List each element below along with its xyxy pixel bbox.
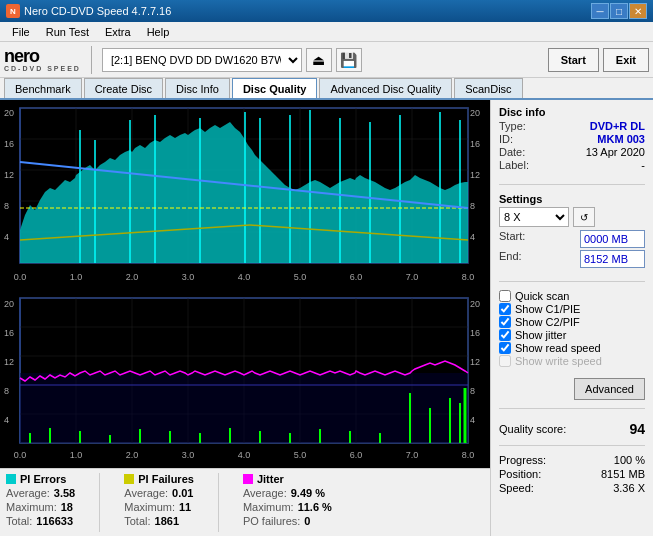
svg-text:4.0: 4.0 [238,450,251,460]
pi-errors-avg-label: Average: [6,487,50,499]
pi-errors-dot [6,474,16,484]
svg-marker-27 [20,122,468,263]
pi-failures-stats: PI Failures Average: 0.01 Maximum: 11 To… [124,473,194,532]
bottom-chart: 20 16 12 8 4 20 16 12 8 4 [0,293,490,468]
svg-text:20: 20 [4,108,14,118]
svg-text:1.0: 1.0 [70,272,83,282]
close-button[interactable]: ✕ [629,3,647,19]
svg-text:20: 20 [470,108,480,118]
toolbar: nero CD-DVD SPEED [2:1] BENQ DVD DD DW16… [0,42,653,78]
show-read-speed-checkbox[interactable] [499,342,511,354]
quality-score-row: Quality score: 94 [499,421,645,437]
restore-button[interactable]: □ [610,3,628,19]
show-c1pie-checkbox[interactable] [499,303,511,315]
show-write-speed-label: Show write speed [515,355,602,367]
pi-errors-max-value: 18 [61,501,73,513]
svg-text:2.0: 2.0 [126,272,139,282]
logo-area: nero CD-DVD SPEED [4,47,81,72]
tab-advanced-disc-quality[interactable]: Advanced Disc Quality [319,78,452,98]
jitter-avg-value: 9.49 % [291,487,325,499]
svg-text:8: 8 [4,386,9,396]
svg-text:4: 4 [470,415,475,425]
disc-info-title: Disc info [499,106,645,118]
svg-text:3.0: 3.0 [182,450,195,460]
tab-scandisc[interactable]: ScanDisc [454,78,522,98]
type-label: Type: [499,120,526,132]
svg-text:12: 12 [470,357,480,367]
tab-bar: Benchmark Create Disc Disc Info Disc Qua… [0,78,653,100]
svg-text:12: 12 [4,357,14,367]
tab-benchmark[interactable]: Benchmark [4,78,82,98]
drive-select[interactable]: [2:1] BENQ DVD DD DW1620 B7W9 [102,48,302,72]
menu-run-test[interactable]: Run Test [38,24,97,40]
tab-disc-info[interactable]: Disc Info [165,78,230,98]
menu-help[interactable]: Help [139,24,178,40]
jitter-max-label: Maximum: [243,501,294,513]
eject-button[interactable]: ⏏ [306,48,332,72]
jitter-title: Jitter [257,473,284,485]
pi-failures-max-label: Maximum: [124,501,175,513]
speed-label: Speed: [499,482,534,494]
pi-errors-total-label: Total: [6,515,32,527]
show-c2pif-label: Show C2/PIF [515,316,580,328]
svg-text:1.0: 1.0 [70,450,83,460]
jitter-max-value: 11.6 % [298,501,332,513]
svg-text:16: 16 [4,328,14,338]
menu-file[interactable]: File [4,24,38,40]
show-c1pie-label: Show C1/PIE [515,303,580,315]
divider-4 [499,445,645,446]
svg-text:7.0: 7.0 [406,272,419,282]
minimize-button[interactable]: ─ [591,3,609,19]
nero-logo: nero [4,47,39,65]
pi-failures-total-value: 1861 [155,515,179,527]
speed-select[interactable]: 8 X [499,207,569,227]
svg-text:3.0: 3.0 [182,272,195,282]
checkboxes-section: Quick scan Show C1/PIE Show C2/PIF Show … [499,290,645,368]
show-jitter-label: Show jitter [515,329,566,341]
pi-errors-total-value: 116633 [36,515,73,527]
svg-text:5.0: 5.0 [294,450,307,460]
app-icon: N [6,4,20,18]
top-chart: 20 16 12 8 4 20 16 12 8 4 [0,100,490,293]
id-label: ID: [499,133,513,145]
svg-text:8: 8 [470,201,475,211]
show-read-speed-label: Show read speed [515,342,601,354]
start-button[interactable]: Start [548,48,599,72]
progress-value: 100 % [614,454,645,466]
svg-text:12: 12 [470,170,480,180]
show-c2pif-checkbox[interactable] [499,316,511,328]
menu-extra[interactable]: Extra [97,24,139,40]
window-title: Nero CD-DVD Speed 4.7.7.16 [24,5,171,17]
progress-section: Progress: 100 % Position: 8151 MB Speed:… [499,454,645,494]
disc-label-value: - [641,159,645,171]
show-jitter-checkbox[interactable] [499,329,511,341]
position-label: Position: [499,468,541,480]
svg-text:8.0: 8.0 [462,272,475,282]
svg-marker-80 [20,373,468,443]
exit-button[interactable]: Exit [603,48,649,72]
start-mb-input[interactable] [580,230,645,248]
type-value: DVD+R DL [590,120,645,132]
divider-2 [499,281,645,282]
quality-score-value: 94 [629,421,645,437]
quick-scan-checkbox[interactable] [499,290,511,302]
position-value: 8151 MB [601,468,645,480]
svg-text:20: 20 [4,299,14,309]
pi-failures-max-value: 11 [179,501,191,513]
end-mb-input[interactable] [580,250,645,268]
tab-disc-quality[interactable]: Disc Quality [232,78,318,98]
main-content: 20 16 12 8 4 20 16 12 8 4 [0,100,653,536]
advanced-button[interactable]: Advanced [574,378,645,400]
id-value: MKM 003 [597,133,645,145]
pi-failures-dot [124,474,134,484]
date-value: 13 Apr 2020 [586,146,645,158]
tab-create-disc[interactable]: Create Disc [84,78,163,98]
disc-label-label: Label: [499,159,529,171]
refresh-button[interactable]: ↺ [573,207,595,227]
svg-text:0.0: 0.0 [14,450,27,460]
save-button[interactable]: 💾 [336,48,362,72]
svg-text:8: 8 [4,201,9,211]
svg-text:8: 8 [470,386,475,396]
divider-1 [499,184,645,185]
stats-bar: PI Errors Average: 3.58 Maximum: 18 Tota… [0,468,490,536]
